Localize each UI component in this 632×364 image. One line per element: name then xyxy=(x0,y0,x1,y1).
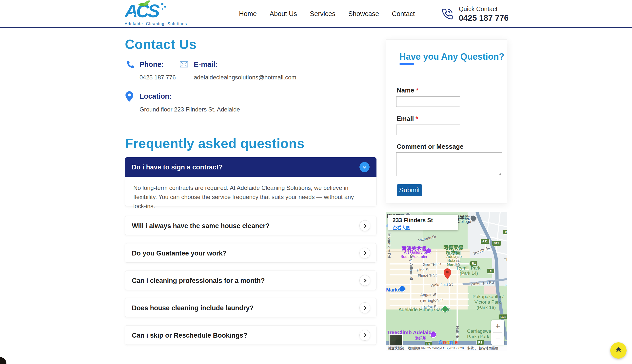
title-underline xyxy=(400,64,414,64)
email-label: E-mail: xyxy=(194,60,218,68)
zoom-in-button[interactable]: + xyxy=(491,320,504,332)
map-label: Ke xyxy=(505,283,507,288)
map-info-title: 233 Flinders St xyxy=(393,217,433,224)
map-label: Pirie St xyxy=(417,268,430,272)
map-label: Victoria Park xyxy=(474,300,501,305)
faq-item[interactable]: Can i skip or Reschedule Bookings? xyxy=(125,325,377,345)
quick-contact-phone[interactable]: 0425 187 776 xyxy=(459,13,509,23)
faq-item-expanded[interactable]: Do i have to sign a contract? xyxy=(125,157,377,177)
faq-question: Can i skip or Reschedule Bookings? xyxy=(132,332,247,339)
zoom-out-button[interactable]: − xyxy=(491,333,504,345)
faq-question: Do i have to sign a contract? xyxy=(132,164,223,171)
quick-contact-label: Quick Contact xyxy=(459,6,509,12)
map-label: (Park 14) xyxy=(460,271,478,276)
faq-answer: No long-term contracts are required. At … xyxy=(133,183,367,210)
report-map-error-link[interactable]: 报告地图错误 xyxy=(479,346,498,350)
quick-contact: Quick Contact 0425 187 776 xyxy=(441,6,509,23)
map-label: Hutt Rd xyxy=(455,326,459,339)
map-label: Pakapakanthi / xyxy=(473,294,504,300)
location-pin-icon xyxy=(125,91,133,102)
scroll-to-top-button[interactable] xyxy=(610,342,626,358)
route-badge: A11 xyxy=(480,239,490,244)
map-label: South Australia xyxy=(400,254,427,259)
separator: ， xyxy=(475,346,478,350)
map-label: Carriageway xyxy=(467,328,493,334)
view-larger-map-link[interactable]: 查看大图 xyxy=(393,224,410,230)
google-map[interactable]: 彼得座堂 得学院 College Montefiore Rd Victoria … xyxy=(386,212,507,351)
terms-link[interactable]: 条款 xyxy=(467,346,474,350)
phone-icon xyxy=(441,8,453,20)
location-label: Location: xyxy=(139,92,172,100)
site-header: ACS Adelaide Cleaning Solutions Home Abo… xyxy=(0,0,632,28)
faq-item[interactable]: Do you Guatantee your work? xyxy=(125,243,377,263)
faq-item[interactable]: Will i always have the same house cleane… xyxy=(125,216,377,235)
map-label: Flinders St xyxy=(418,273,437,278)
question-form-card: Have you Any Question? Name * Email * Co… xyxy=(386,40,507,204)
main-nav: Home About Us Services Showcase Contact xyxy=(239,0,415,28)
keyboard-shortcuts-link[interactable]: 键盘快捷键 xyxy=(388,346,404,350)
chevron-right-icon[interactable] xyxy=(360,220,370,231)
page: ACS Adelaide Cleaning Solutions Home Abo… xyxy=(0,0,632,364)
map-attribution: 键盘快捷键 地图数据 ©2025 Google GS(2011)6020 条款 … xyxy=(386,345,507,351)
map-label: College xyxy=(458,220,471,224)
google-logo[interactable]: Google xyxy=(438,339,458,346)
nav-item-about[interactable]: About Us xyxy=(269,10,297,18)
faq-question: Can i cleaning professionals for a month… xyxy=(132,277,265,284)
map-label: Grenfell St xyxy=(423,262,441,267)
map-label: Adelaide Himeji Garden xyxy=(399,307,451,312)
map-data-text: 地图数据 ©2025 Google GS(2011)6020 xyxy=(408,346,464,350)
map-label: Hutt St xyxy=(455,254,460,266)
nav-item-contact[interactable]: Contact xyxy=(392,10,415,18)
chevron-right-icon[interactable] xyxy=(360,302,370,313)
faq-item[interactable]: Can i cleaning professionals for a month… xyxy=(125,270,377,290)
faq-question: Do you Guatantee your work? xyxy=(132,250,227,257)
chevron-right-icon[interactable] xyxy=(360,275,370,286)
submit-button[interactable]: Submit xyxy=(397,184,422,196)
map-label: King William St xyxy=(409,254,414,280)
required-asterisk: * xyxy=(416,115,418,122)
map-marker-pin[interactable] xyxy=(444,268,451,279)
faq-question: Will i always have the same house cleane… xyxy=(132,222,269,230)
faq-answer-panel: No long-term contracts are required. At … xyxy=(125,177,377,206)
nav-item-services[interactable]: Services xyxy=(310,10,336,18)
chevron-down-icon[interactable] xyxy=(360,162,370,172)
nav-item-showcase[interactable]: Showcase xyxy=(348,10,379,18)
chat-widget-corner[interactable] xyxy=(0,357,7,364)
brand-logo[interactable]: ACS Adelaide Cleaning Solutions xyxy=(125,2,172,26)
resize-grip-icon[interactable] xyxy=(498,172,501,175)
email-field[interactable] xyxy=(396,124,460,135)
phone-icon xyxy=(126,60,135,69)
route-badge: B28 xyxy=(499,314,507,319)
name-field[interactable] xyxy=(396,96,460,107)
email-value[interactable]: adelaidecleaingsolutions@hotmail.com xyxy=(194,74,296,81)
bubble-icon xyxy=(162,8,163,10)
map-label: 游乐场 xyxy=(415,336,426,340)
bubble-icon xyxy=(164,6,166,8)
faq-question: Does house cleaning include laundry? xyxy=(132,304,254,312)
email-label: Email * xyxy=(397,115,418,122)
route-badge: R1 xyxy=(476,340,484,345)
faq-item[interactable]: Does house cleaning include laundry? xyxy=(125,298,377,318)
phone-value: 0425 187 776 xyxy=(139,74,176,81)
map-zoom-control: + − xyxy=(491,320,504,345)
message-label: Comment or Message xyxy=(397,143,463,150)
route-badge: R1 xyxy=(487,268,494,274)
name-label: Name * xyxy=(397,86,418,94)
map-info-box: 233 Flinders St 查看大图 xyxy=(388,215,458,230)
map-label: Art Gallery of xyxy=(404,250,427,255)
map-label: Montefiore Rd xyxy=(387,233,391,258)
chevron-right-icon[interactable] xyxy=(360,248,370,258)
map-label: (Park 16) xyxy=(476,305,496,310)
mail-icon xyxy=(180,61,188,68)
form-title: Have you Any Question? xyxy=(400,52,504,62)
map-label: Rymill Park xyxy=(457,265,480,271)
faq-title: Frequently asked questions xyxy=(125,136,304,151)
bubble-icon xyxy=(161,3,163,5)
map-label: The xyxy=(504,258,507,262)
phone-label: Phone: xyxy=(139,60,164,68)
location-value: Ground floor 223 Flinders St, Adelaide xyxy=(139,106,240,113)
nav-item-home[interactable]: Home xyxy=(239,10,257,18)
required-asterisk: * xyxy=(416,86,418,94)
chevron-right-icon[interactable] xyxy=(360,330,370,340)
message-field[interactable] xyxy=(396,152,502,176)
